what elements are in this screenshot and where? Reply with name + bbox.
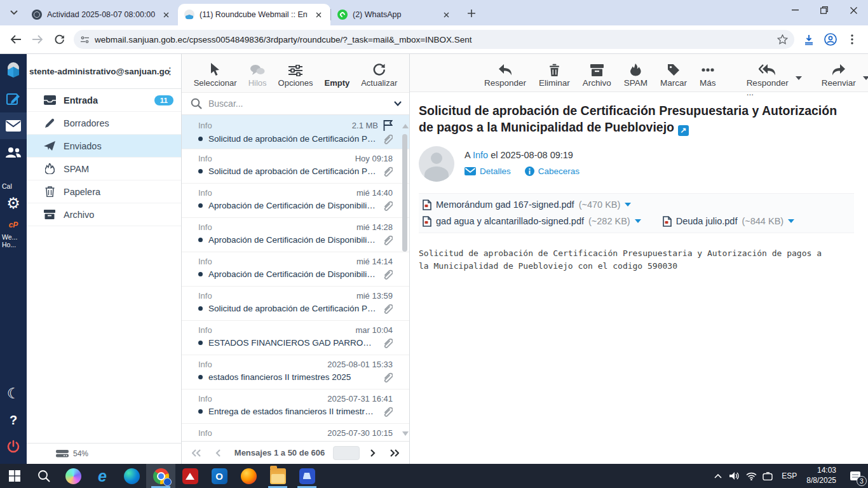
downloads-icon[interactable] xyxy=(798,29,820,50)
bookmark-star-icon[interactable] xyxy=(777,34,788,44)
scroll-down-arrow[interactable] xyxy=(402,431,409,436)
page-number-input[interactable] xyxy=(333,446,360,460)
forward-button[interactable] xyxy=(27,29,48,50)
clock[interactable]: 14:03 8/8/2025 xyxy=(803,466,843,485)
search-options-chevron-icon[interactable] xyxy=(394,101,402,106)
spam-button[interactable]: SPAM xyxy=(618,60,653,89)
attachment-menu-caret-icon[interactable] xyxy=(788,219,794,223)
notification-center-icon[interactable]: 3 xyxy=(843,464,868,488)
last-page-button[interactable] xyxy=(386,445,403,461)
forward-button[interactable]: Reenviar xyxy=(816,60,862,89)
first-page-button[interactable] xyxy=(188,445,205,461)
chrome-icon[interactable] xyxy=(146,464,175,488)
prev-page-button[interactable] xyxy=(210,445,226,461)
folder-spam[interactable]: SPAM xyxy=(27,158,181,180)
message-row[interactable]: Infomar 10:04 ESTADOS FINANCIEROS GAD PA… xyxy=(182,321,409,355)
attachment-menu-caret-icon[interactable] xyxy=(635,219,641,223)
flag-icon[interactable] xyxy=(383,119,393,131)
message-row[interactable]: Info2025-07-31 16:41 Entrega de estados … xyxy=(182,390,409,424)
attachment-menu-caret-icon[interactable] xyxy=(625,203,631,207)
folder-archivo[interactable]: Archivo xyxy=(27,203,181,226)
account-header[interactable]: stente-administrativo@sanjuan.gob.ec ⋮ xyxy=(27,54,181,89)
tab-actividad[interactable]: Actividad 2025-08-07 08:00:00 xyxy=(25,4,178,25)
reply-all-caret-icon[interactable] xyxy=(796,76,802,80)
taskbar-search-icon[interactable] xyxy=(29,464,58,488)
url-text[interactable]: webmail.sanjuan.gob.ec/cpsess0054849836/… xyxy=(95,35,777,44)
tab-search-chevron-icon[interactable] xyxy=(5,4,23,22)
tab-close-icon[interactable] xyxy=(440,9,452,20)
window-close-button[interactable] xyxy=(839,0,868,20)
site-info-icon[interactable] xyxy=(80,36,90,44)
edge-icon[interactable] xyxy=(117,464,146,488)
contacts-nav-button[interactable] xyxy=(0,139,27,166)
more-button[interactable]: Más xyxy=(694,60,722,89)
compose-button[interactable] xyxy=(0,86,27,112)
internet-explorer-icon[interactable]: e xyxy=(88,464,117,488)
recipient-link[interactable]: Info xyxy=(473,150,488,160)
browser-menu-icon[interactable] xyxy=(841,29,863,50)
folder-papelera[interactable]: Papelera xyxy=(27,180,181,203)
attachment-item[interactable]: Memorándum gad 167-signed.pdf (~470 KB) xyxy=(423,200,631,210)
start-button[interactable] xyxy=(0,464,29,488)
message-row[interactable]: Info2025-08-01 15:33 estados financieros… xyxy=(182,355,409,390)
list-options-button[interactable]: Opciones xyxy=(274,60,318,89)
window-restore-button[interactable] xyxy=(810,0,839,20)
firefox-icon[interactable] xyxy=(234,464,263,488)
settings-nav-button[interactable]: ⚙ xyxy=(0,190,27,217)
scanner-app-icon[interactable] xyxy=(292,464,322,488)
cpanel-icon[interactable]: cP xyxy=(0,217,27,233)
scroll-up-arrow[interactable] xyxy=(402,124,409,128)
forward-caret-icon[interactable] xyxy=(863,76,868,80)
message-row[interactable]: Infomié 13:59 Solicitud de aprobación de… xyxy=(182,287,409,321)
mark-button[interactable]: Marcar xyxy=(654,60,693,89)
folder-enviados[interactable]: Enviados xyxy=(27,135,181,158)
calendar-nav-label[interactable]: Cal xyxy=(1,182,26,190)
headers-link[interactable]: Cabeceras xyxy=(525,166,580,176)
acrobat-icon[interactable] xyxy=(175,464,205,488)
open-in-new-window-icon[interactable]: ↗ xyxy=(678,125,689,136)
attachment-item[interactable]: Deuda julio.pdf (~844 KB) xyxy=(663,216,794,227)
folder-entrada[interactable]: Entrada 11 xyxy=(27,89,181,112)
window-minimize-button[interactable] xyxy=(780,0,810,20)
delete-button[interactable]: Eliminar xyxy=(533,60,576,89)
help-button[interactable]: ? xyxy=(0,407,27,433)
list-scrollbar[interactable] xyxy=(401,124,409,436)
webmail-home-link[interactable]: We...Ho... xyxy=(1,233,26,248)
address-bar[interactable]: webmail.sanjuan.gob.ec/cpsess0054849836/… xyxy=(74,30,794,49)
back-button[interactable] xyxy=(5,29,27,50)
volume-icon[interactable] xyxy=(726,464,743,488)
message-row[interactable]: Info2025-07-30 10:15 xyxy=(182,424,409,441)
file-explorer-icon[interactable] xyxy=(263,464,292,488)
language-indicator[interactable]: ESP xyxy=(776,471,803,480)
archive-button[interactable]: Archivo xyxy=(577,60,617,89)
tab-close-icon[interactable] xyxy=(160,9,172,20)
profile-icon[interactable] xyxy=(820,29,841,50)
search-input[interactable] xyxy=(208,98,388,109)
new-tab-button[interactable] xyxy=(463,5,480,22)
tab-close-icon[interactable] xyxy=(313,9,324,20)
empty-folder-button[interactable]: Empty xyxy=(320,60,354,89)
threads-button[interactable]: Hilos xyxy=(244,60,271,89)
outlook-icon[interactable]: O xyxy=(205,464,234,488)
mail-nav-button[interactable] xyxy=(0,112,27,139)
wifi-icon[interactable] xyxy=(743,464,759,488)
message-row[interactable]: Info2.1 MB Solicitud de aprobación de Ce… xyxy=(182,115,409,149)
message-row[interactable]: InfoHoy 09:18 Solicitud de aprobación de… xyxy=(182,149,409,184)
logout-button[interactable] xyxy=(0,433,27,460)
details-link[interactable]: Detalles xyxy=(465,166,511,176)
reload-button[interactable] xyxy=(48,29,70,50)
message-row[interactable]: Infomié 14:40 Aprobación de Certificació… xyxy=(182,184,409,218)
tray-expand-chevron-icon[interactable] xyxy=(710,464,726,488)
refresh-button[interactable]: Actualizar xyxy=(356,60,402,89)
next-page-button[interactable] xyxy=(365,445,381,461)
tab-roundcube[interactable]: (11) Roundcube Webmail :: Envi xyxy=(178,4,330,25)
account-menu-icon[interactable]: ⋮ xyxy=(165,65,175,77)
tab-whatsapp[interactable]: (2) WhatsApp xyxy=(331,4,458,25)
cast-screen-icon[interactable] xyxy=(759,464,776,488)
folder-borradores[interactable]: Borradores xyxy=(27,112,181,135)
reply-button[interactable]: Responder xyxy=(478,60,532,89)
message-row[interactable]: Infomié 14:28 Aprobación de Certificació… xyxy=(182,218,409,252)
copilot-icon[interactable] xyxy=(58,464,88,488)
attachment-item[interactable]: gad agua y alcantarillado-signed.pdf (~2… xyxy=(423,216,641,227)
message-row[interactable]: Infomié 14:14 Aprobación de Certificació… xyxy=(182,252,409,287)
